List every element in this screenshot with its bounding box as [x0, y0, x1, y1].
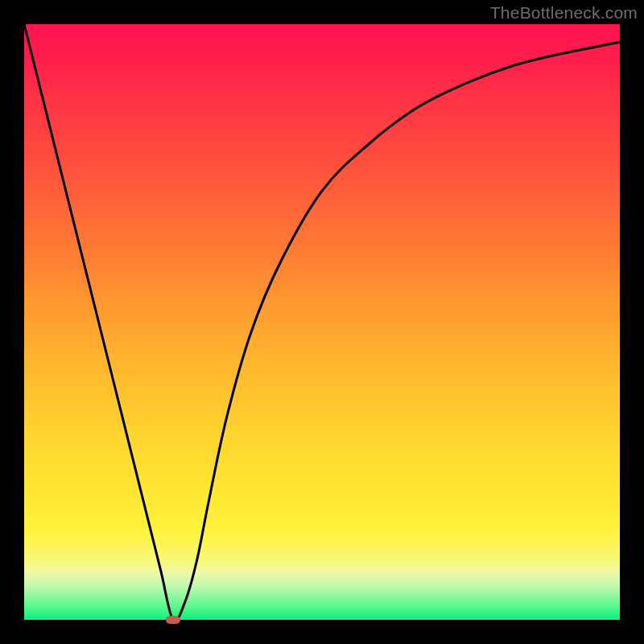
optimum-marker	[166, 616, 180, 624]
bottleneck-curve-path	[24, 24, 620, 620]
chart-frame: TheBottleneck.com	[0, 0, 644, 644]
curve-svg	[24, 24, 620, 620]
watermark-text: TheBottleneck.com	[490, 3, 638, 23]
plot-area	[24, 24, 620, 620]
